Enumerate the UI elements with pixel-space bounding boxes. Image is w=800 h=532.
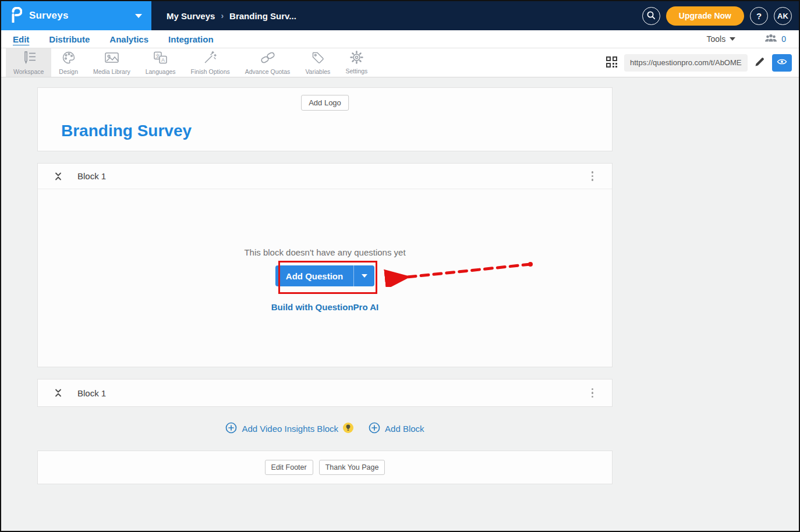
- breadcrumb-survey-name[interactable]: Branding Surv...: [229, 11, 296, 21]
- premium-bulb-icon: [343, 423, 353, 435]
- qr-code-button[interactable]: [606, 56, 617, 69]
- empty-block-state: This block doesn't have any questions ye…: [38, 247, 612, 312]
- tab-distribute[interactable]: Distribute: [49, 34, 90, 44]
- add-logo-button[interactable]: Add Logo: [301, 95, 349, 111]
- magic-wand-icon: [203, 51, 217, 67]
- toolbar-item-advance-quotas[interactable]: Advance Quotas: [238, 48, 298, 77]
- survey-header-card: Add Logo Branding Survey: [37, 87, 613, 151]
- design-palette-icon: [62, 51, 76, 67]
- tag-icon: [311, 51, 325, 67]
- breadcrumb-separator-icon: ›: [221, 11, 224, 20]
- search-icon: [646, 10, 656, 22]
- toolbar-item-design[interactable]: Design: [51, 48, 86, 77]
- block-card: Block 1 This block doesn't have any ques…: [37, 163, 613, 367]
- block-menu-kebab-icon[interactable]: [589, 386, 596, 400]
- chain-link-icon: [260, 51, 275, 67]
- block-name[interactable]: Block 1: [77, 388, 106, 398]
- nav-right-actions: Tools 0: [707, 34, 799, 45]
- thank-you-page-button[interactable]: Thank You Page: [319, 460, 385, 475]
- toolbar-item-settings[interactable]: Settings: [338, 48, 375, 77]
- survey-footer-card: Edit Footer Thank You Page: [37, 451, 613, 484]
- pencil-icon: [755, 56, 765, 69]
- tab-analytics[interactable]: Analytics: [109, 34, 148, 44]
- questionpro-survey-editor: Surveys My Surveys › Branding Surv... Up…: [0, 0, 800, 532]
- product-switcher[interactable]: Surveys: [1, 1, 151, 30]
- tab-integration[interactable]: Integration: [168, 34, 214, 44]
- upgrade-now-button[interactable]: Upgrade Now: [666, 6, 744, 26]
- workspace-icon: [20, 51, 37, 67]
- block-header: Block 1: [38, 164, 612, 189]
- tools-label: Tools: [707, 34, 726, 44]
- nav-tabs: Edit Distribute Analytics Integration: [1, 34, 214, 44]
- add-block-link[interactable]: Add Block: [369, 422, 424, 435]
- collaborators-button[interactable]: 0: [764, 34, 786, 45]
- block-body: This block doesn't have any questions ye…: [38, 189, 612, 367]
- svg-text:文: 文: [155, 53, 160, 59]
- toolbar-item-finish-options[interactable]: Finish Options: [183, 48, 238, 77]
- toolbar-item-variables[interactable]: Variables: [298, 48, 338, 77]
- chevron-down-icon: [362, 274, 367, 278]
- breadcrumb: My Surveys › Branding Surv...: [151, 1, 296, 30]
- questionpro-logo-icon: [10, 7, 22, 25]
- survey-title[interactable]: Branding Survey: [61, 122, 192, 140]
- add-video-insights-block-link[interactable]: Add Video Insights Block: [225, 422, 353, 435]
- breadcrumb-my-surveys[interactable]: My Surveys: [167, 11, 215, 21]
- qr-code-icon: [606, 56, 617, 69]
- add-block-actions: Add Video Insights Block Add Bloc: [37, 422, 613, 435]
- empty-block-message: This block doesn't have any questions ye…: [38, 247, 612, 257]
- collapse-block-icon[interactable]: [54, 388, 62, 398]
- edit-url-button[interactable]: [755, 56, 765, 69]
- collaborators-icon: [764, 34, 777, 45]
- svg-text:A: A: [161, 57, 165, 63]
- block-name[interactable]: Block 1: [77, 171, 106, 181]
- plus-circle-icon: [225, 422, 237, 435]
- search-button[interactable]: [642, 7, 660, 25]
- toolbar-item-media-library[interactable]: Media Library: [86, 48, 138, 77]
- editor-toolbar: Workspace Design Media Library: [1, 48, 799, 77]
- toolbar-right: [606, 48, 799, 77]
- help-button[interactable]: ?: [750, 7, 768, 25]
- survey-canvas: Add Logo Branding Survey Block 1 This bl…: [1, 87, 799, 484]
- avatar[interactable]: AK: [774, 7, 792, 25]
- top-bar-actions: Upgrade Now ? AK: [642, 1, 799, 30]
- tools-menu[interactable]: Tools: [707, 34, 736, 44]
- survey-url-input[interactable]: [624, 54, 748, 72]
- collaborators-count: 0: [781, 34, 786, 44]
- chevron-down-icon: [730, 37, 735, 41]
- add-question-split-button[interactable]: Add Question: [275, 265, 374, 286]
- media-image-icon: [104, 51, 119, 67]
- toolbar-item-languages[interactable]: 文 A Languages: [138, 48, 183, 77]
- chevron-down-icon: [135, 14, 142, 18]
- add-question-button[interactable]: Add Question: [275, 265, 353, 286]
- collapse-block-icon[interactable]: [54, 171, 62, 182]
- translate-icon: 文 A: [153, 51, 168, 67]
- eye-icon: [777, 58, 787, 68]
- tab-edit[interactable]: Edit: [13, 34, 29, 44]
- preview-survey-button[interactable]: [772, 54, 792, 72]
- toolbar-item-workspace[interactable]: Workspace: [6, 48, 51, 77]
- edit-footer-button[interactable]: Edit Footer: [265, 460, 313, 475]
- build-with-ai-link[interactable]: Build with QuestionPro AI: [38, 302, 612, 312]
- top-bar: Surveys My Surveys › Branding Surv... Up…: [1, 1, 799, 30]
- plus-circle-icon: [369, 422, 380, 435]
- gear-icon: [350, 51, 363, 66]
- app-title: Surveys: [29, 10, 69, 22]
- section-nav: Edit Distribute Analytics Integration To…: [1, 30, 799, 48]
- block-footer-bar: Block 1: [37, 379, 613, 407]
- block-menu-kebab-icon[interactable]: [589, 169, 596, 183]
- add-question-dropdown-button[interactable]: [353, 265, 374, 286]
